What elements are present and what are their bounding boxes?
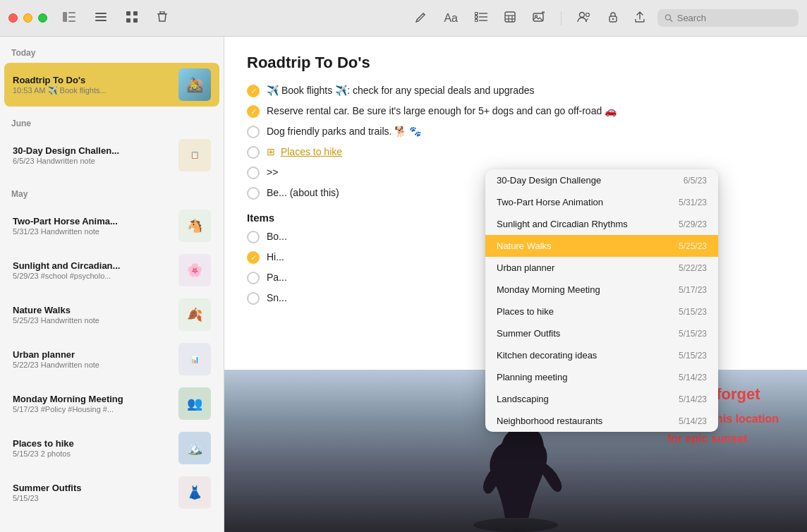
dropdown-item-date: 5/15/23 bbox=[679, 329, 707, 339]
fullscreen-button[interactable] bbox=[38, 13, 47, 23]
dropdown-item-date: 5/22/23 bbox=[679, 263, 707, 273]
dropdown-item-title: Landscaping bbox=[497, 394, 549, 404]
link-places-to-hike[interactable]: Places to hike bbox=[281, 146, 342, 157]
attachment-button[interactable] bbox=[528, 8, 550, 28]
note-thumbnail: 📋 bbox=[178, 139, 211, 171]
todo-checkbox-checked[interactable]: ✓ bbox=[247, 85, 260, 97]
svg-rect-1 bbox=[68, 12, 75, 13]
titlebar-right: Aa bbox=[411, 8, 799, 28]
dropdown-item[interactable]: 30-Day Design Challenge6/5/23 bbox=[485, 169, 718, 191]
note-item-places[interactable]: Places to hike 5/15/23 2 photos 🏔️ bbox=[4, 426, 219, 470]
todo-checkbox-unchecked[interactable] bbox=[247, 187, 260, 200]
svg-line-13 bbox=[423, 13, 425, 15]
close-button[interactable] bbox=[8, 13, 18, 23]
svg-rect-9 bbox=[126, 18, 131, 23]
lock-button[interactable] bbox=[604, 8, 622, 28]
svg-line-32 bbox=[670, 19, 672, 21]
svg-rect-12 bbox=[160, 11, 164, 13]
dropdown-item-title: Sunlight and Circadian Rhythms bbox=[497, 219, 628, 229]
search-input[interactable] bbox=[677, 13, 791, 23]
note-item-outfits[interactable]: Summer Outfits 5/15/23 👗 bbox=[4, 471, 219, 514]
section-header-may: May bbox=[0, 178, 224, 203]
todo-checkbox-unchecked[interactable] bbox=[247, 231, 260, 243]
note-title: Nature Walks bbox=[13, 305, 171, 315]
dropdown-item-title: Planning meeting bbox=[497, 372, 567, 382]
note-title: Two-Part Horse Anima... bbox=[13, 216, 171, 226]
section-header-today: Today bbox=[0, 37, 224, 62]
delete-button[interactable] bbox=[153, 8, 171, 28]
note-thumbnail: 📊 bbox=[178, 343, 211, 375]
note-info: Sunlight and Circadian... 5/29/23 #schoo… bbox=[13, 260, 171, 280]
dropdown-item[interactable]: Monday Morning Meeting5/17/23 bbox=[485, 279, 718, 301]
titlebar: Aa bbox=[0, 0, 807, 37]
dropdown-item-date: 5/25/23 bbox=[679, 241, 707, 251]
dropdown-item[interactable]: Two-Part Horse Animation5/31/23 bbox=[485, 191, 718, 213]
dropdown-item[interactable]: Landscaping5/14/23 bbox=[485, 388, 718, 410]
svg-point-27 bbox=[580, 12, 585, 17]
dropdown-item-title: 30-Day Design Challenge bbox=[497, 175, 601, 186]
note-subtitle: 5/15/23 2 photos bbox=[13, 449, 171, 458]
table-button[interactable] bbox=[500, 8, 520, 28]
todo-checkbox-unchecked[interactable] bbox=[247, 272, 260, 284]
dropdown-item-date: 5/14/23 bbox=[679, 373, 707, 382]
svg-rect-5 bbox=[95, 16, 107, 18]
dropdown-item[interactable]: Summer Outfits5/15/23 bbox=[485, 322, 718, 344]
dropdown-item-date: 5/15/23 bbox=[679, 307, 707, 317]
new-note-button[interactable] bbox=[411, 8, 431, 28]
note-subtitle: 5/17/23 #Policy #Housing #... bbox=[13, 405, 171, 413]
note-info: Monday Morning Meeting 5/17/23 #Policy #… bbox=[13, 394, 171, 413]
note-item-urban[interactable]: Urban planner 5/22/23 Handwritten note 📊 bbox=[4, 337, 219, 381]
font-button[interactable]: Aa bbox=[439, 9, 462, 28]
dropdown-item[interactable]: Sunlight and Circadian Rhythms5/29/23 bbox=[485, 213, 718, 235]
note-title: Urban planner bbox=[13, 349, 171, 360]
note-subtitle: 5/29/23 #school #psycholo... bbox=[13, 272, 171, 280]
share-button[interactable] bbox=[631, 8, 649, 28]
checklist-button[interactable] bbox=[471, 9, 492, 28]
svg-rect-4 bbox=[95, 13, 107, 14]
dropdown-item[interactable]: Planning meeting5/14/23 bbox=[485, 366, 718, 388]
note-item-design[interactable]: 30-Day Design Challen... 6/5/23 Handwrit… bbox=[4, 133, 219, 177]
note-item-circadian[interactable]: Sunlight and Circadian... 5/29/23 #schoo… bbox=[4, 248, 219, 292]
handwriting-line3: for epic sunset bbox=[667, 433, 748, 445]
note-subtitle: 5/25/23 Handwritten note bbox=[13, 316, 171, 325]
dropdown-item[interactable]: Neighborhood restaurants5/14/23 bbox=[485, 410, 718, 432]
collaborate-button[interactable] bbox=[573, 8, 595, 28]
editor-container: Roadtrip To Do's ✓ ✈️ Book flights ✈️: c… bbox=[224, 37, 807, 532]
dropdown-item-title: Two-Part Horse Animation bbox=[497, 197, 603, 207]
note-thumbnail: 👥 bbox=[178, 387, 211, 420]
note-item-horse[interactable]: Two-Part Horse Anima... 5/31/23 Handwrit… bbox=[4, 204, 219, 248]
note-title: Summer Outfits bbox=[13, 483, 171, 493]
dropdown-item-title: Monday Morning Meeting bbox=[497, 284, 600, 295]
grid-view-button[interactable] bbox=[122, 8, 142, 28]
svg-rect-7 bbox=[126, 11, 131, 16]
search-bar[interactable] bbox=[657, 9, 799, 27]
todo-checkbox-unchecked[interactable] bbox=[247, 146, 260, 159]
dropdown-item[interactable]: Nature Walks5/25/23 bbox=[485, 235, 718, 257]
dropdown-item[interactable]: Kitchen decorating ideas5/15/23 bbox=[485, 344, 718, 366]
todo-checkbox-unchecked[interactable] bbox=[247, 167, 260, 179]
todo-item-flights: ✓ ✈️ Book flights ✈️: check for any spec… bbox=[247, 83, 784, 98]
list-view-button[interactable] bbox=[91, 9, 111, 28]
svg-point-33 bbox=[473, 518, 558, 532]
note-item-nature[interactable]: Nature Walks 5/25/23 Handwritten note 🍂 bbox=[4, 293, 219, 337]
svg-rect-0 bbox=[63, 12, 67, 22]
dropdown-item-date: 5/14/23 bbox=[679, 394, 707, 404]
note-info: Nature Walks 5/25/23 Handwritten note bbox=[13, 305, 171, 325]
minimize-button[interactable] bbox=[23, 13, 32, 23]
note-subtitle: 5/22/23 Handwritten note bbox=[13, 361, 171, 369]
note-title: 30-Day Design Challen... bbox=[13, 145, 171, 156]
dropdown-item[interactable]: Urban planner5/22/23 bbox=[485, 257, 718, 279]
svg-rect-10 bbox=[133, 18, 138, 23]
note-item-monday[interactable]: Monday Morning Meeting 5/17/23 #Policy #… bbox=[4, 382, 219, 425]
sidebar-toggle-button[interactable] bbox=[59, 9, 80, 28]
todo-checkbox-checked[interactable]: ✓ bbox=[247, 251, 260, 264]
dropdown-item-title: Urban planner bbox=[497, 262, 554, 273]
todo-checkbox-checked[interactable]: ✓ bbox=[247, 105, 260, 118]
dropdown-item-title: Kitchen decorating ideas bbox=[497, 350, 597, 361]
note-item-roadtrip[interactable]: Roadtrip To Do's 10:53 AM ✈️ Book flight… bbox=[4, 63, 219, 107]
note-thumbnail: 🏔️ bbox=[178, 432, 211, 464]
todo-checkbox-unchecked[interactable] bbox=[247, 292, 260, 305]
dropdown-item[interactable]: Places to hike5/15/23 bbox=[485, 301, 718, 322]
toolbar-separator bbox=[561, 11, 562, 25]
todo-checkbox-unchecked[interactable] bbox=[247, 126, 260, 138]
